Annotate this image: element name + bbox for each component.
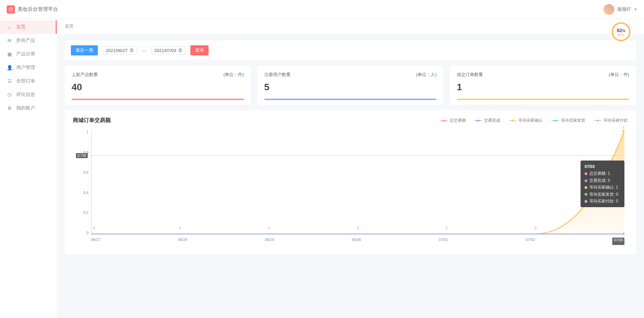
calendar-icon: 🗓 — [178, 48, 183, 53]
sidebar-item-label: 所有产品 — [16, 38, 35, 44]
markline-label: 0.756 — [76, 153, 88, 158]
date-to-input[interactable]: 2021/07/03 🗓 — [151, 46, 186, 55]
filter-bar: 最近一周 2021/06/27 🗓 — 2021/07/03 🗓 查询 — [65, 41, 636, 60]
sidebar: ⌂ 首页 ✉ 所有产品 ▦ 产品分类 👤 用户管理 ☰ 全部订单 ◷ 评论信息 … — [0, 19, 57, 318]
stat-title: 成交订单数量 — [457, 72, 483, 78]
stat-title: 上架产品数量 — [72, 72, 98, 78]
stat-value: 5 — [264, 82, 437, 93]
chart-card: 商城订单交易额 总交易额 交易完成 等待买家确认 等待卖家发货 等待买家付款 1… — [65, 110, 636, 254]
gauge-percent: 82% — [617, 27, 625, 33]
query-button[interactable]: 查询 — [190, 45, 209, 55]
stat-value: 1 — [457, 82, 629, 93]
bag-icon — [7, 5, 15, 14]
gauge-badge: 82% 54°C — [612, 22, 630, 41]
sidebar-item-comments[interactable]: ◷ 评论信息 — [0, 88, 57, 101]
home-icon: ⌂ — [7, 24, 12, 30]
date-separator: — — [142, 48, 146, 53]
chart-tooltip: 07/03 总交易额: 1 交易完成: 0 等待买家确认: 1 等待卖家发货: … — [581, 161, 624, 207]
date-from-input[interactable]: 2021/06/27 🗓 — [103, 46, 137, 55]
data-label: 0 — [93, 226, 95, 230]
mail-icon: ✉ — [7, 38, 12, 43]
clock-icon: ◷ — [7, 92, 12, 97]
calendar-icon: 🗓 — [130, 48, 134, 53]
breadcrumb: 首页 82% 54°C — [57, 19, 644, 34]
stat-bar — [457, 99, 629, 100]
logo: 美妆后台管理平台 — [7, 5, 58, 14]
sidebar-item-label: 我的账户 — [16, 105, 35, 111]
tooltip-title: 07/03 — [585, 163, 620, 170]
markline — [91, 155, 624, 156]
stat-card-orders: 成交订单数量 (单位：件) 1 — [450, 66, 636, 105]
legend-item[interactable]: 等待卖家发货 — [552, 118, 585, 123]
list-icon: ☰ — [7, 78, 12, 84]
grid-icon: ▦ — [7, 51, 12, 57]
sidebar-item-label: 全部订单 — [16, 78, 35, 84]
stats-row: 上架产品数量 (单位：件) 40 注册用户数量 (单位：人) 5 — [65, 66, 636, 105]
data-label-top: 1 — [622, 125, 624, 129]
gear-icon: ⚙ — [7, 105, 12, 111]
chart-svg — [91, 130, 624, 235]
legend-item[interactable]: 等待买家确认 — [509, 118, 543, 123]
svg-point-2 — [622, 233, 624, 235]
recent-week-button[interactable]: 最近一周 — [71, 45, 98, 55]
chart-title: 商城订单交易额 — [73, 117, 111, 124]
chart-plot[interactable]: 1 0.8 0.6 0.4 0.2 0 0.756 1 — [73, 130, 628, 245]
sidebar-item-products[interactable]: ✉ 所有产品 — [0, 34, 57, 47]
sidebar-item-users[interactable]: 👤 用户管理 — [0, 61, 57, 74]
sidebar-item-label: 产品分类 — [16, 51, 35, 57]
stat-bar — [72, 99, 244, 100]
data-label: 0 — [179, 226, 181, 230]
stat-card-products: 上架产品数量 (单位：件) 40 — [65, 66, 251, 105]
x-tick-highlight: 07/03 — [612, 238, 624, 245]
username: 渐渐吖 — [617, 6, 631, 13]
sidebar-item-home[interactable]: ⌂ 首页 — [0, 20, 57, 34]
sidebar-item-label: 评论信息 — [16, 92, 35, 98]
data-label: 0 — [446, 226, 448, 230]
stat-card-users: 注册用户数量 (单位：人) 5 — [258, 66, 444, 105]
sidebar-item-label: 首页 — [16, 24, 26, 30]
stat-unit: (单位：件) — [223, 72, 244, 78]
sidebar-item-account[interactable]: ⚙ 我的账户 — [0, 101, 57, 115]
y-axis: 1 0.8 0.6 0.4 0.2 0 — [73, 130, 88, 235]
app-title: 美妆后台管理平台 — [18, 6, 58, 13]
chart-legend: 总交易额 交易完成 等待买家确认 等待卖家发货 等待买家付款 — [440, 118, 628, 123]
data-label: 0 — [534, 226, 536, 230]
avatar — [603, 4, 614, 15]
breadcrumb-text: 首页 — [65, 23, 74, 29]
stat-unit: (单位：件) — [609, 72, 629, 78]
sidebar-item-orders[interactable]: ☰ 全部订单 — [0, 74, 57, 88]
data-label: 0 — [268, 226, 270, 230]
legend-item[interactable]: 等待买家付款 — [594, 118, 628, 123]
stat-unit: (单位：人) — [416, 72, 437, 78]
sidebar-item-label: 用户管理 — [16, 65, 35, 71]
user-icon: 👤 — [7, 65, 12, 70]
stat-title: 注册用户数量 — [264, 72, 291, 78]
chevron-down-icon: ▼ — [634, 7, 637, 11]
stat-value: 40 — [72, 82, 244, 93]
legend-item[interactable]: 交易完成 — [475, 118, 500, 123]
plot-region: 0.756 1 — [91, 130, 624, 235]
top-header: 美妆后台管理平台 渐渐吖 ▼ — [0, 0, 644, 19]
data-label: 0 — [357, 226, 359, 230]
x-axis: 06/27 06/28 06/29 06/30 07/01 07/02 07/0… — [91, 238, 624, 245]
gauge-temp: 54°C — [618, 33, 624, 36]
stat-bar — [264, 99, 437, 100]
user-menu[interactable]: 渐渐吖 ▼ — [603, 4, 637, 15]
svg-point-1 — [622, 130, 624, 132]
main-content: 首页 82% 54°C 最近一周 2021/06/27 🗓 — 2021/07/… — [57, 19, 644, 318]
sidebar-item-categories[interactable]: ▦ 产品分类 — [0, 47, 57, 61]
legend-item[interactable]: 总交易额 — [440, 118, 466, 123]
